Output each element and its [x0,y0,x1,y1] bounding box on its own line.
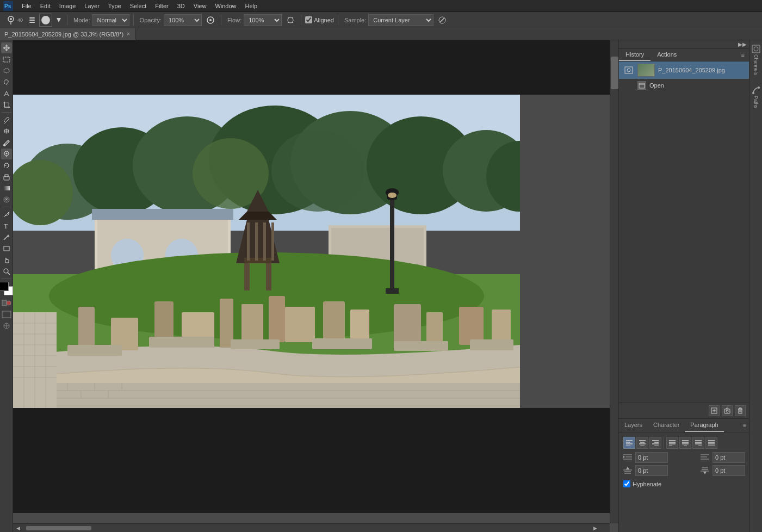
menu-3d[interactable]: 3D [173,2,189,10]
hyphenate-checkbox[interactable] [623,480,630,487]
brush-settings-toggle[interactable] [54,14,63,27]
file-tab[interactable]: P_20150604_205209.jpg @ 33,3% (RGB/8*) × [0,28,136,40]
ignore-adjustments[interactable] [436,14,449,27]
airbrush-toggle[interactable] [204,14,217,27]
aligned-checkbox-label: Aligned [305,16,334,23]
create-new-document-btn[interactable] [709,405,720,416]
foreground-background-colors[interactable] [0,282,14,296]
history-content: P_20150604_205209.jpg Open [619,61,749,403]
history-tab[interactable]: History [619,49,651,61]
history-panel-menu[interactable]: ≡ [737,50,749,60]
gradient-tool[interactable] [1,183,12,194]
scene-svg [13,95,520,408]
align-right-btn[interactable] [649,437,661,449]
justify-all-btn[interactable] [705,437,717,449]
sample-select[interactable]: Current Layer All Layers Current & Below [368,14,433,26]
justify-left-btn[interactable] [666,437,678,449]
paths-strip[interactable]: Paths [752,84,760,110]
hand-tool[interactable] [1,255,12,265]
rectangle-tool[interactable] [1,243,12,254]
svg-rect-46 [2,311,11,318]
paragraph-tab[interactable]: Paragraph [685,419,723,432]
spray-airbrush[interactable] [284,14,297,27]
svg-rect-107 [13,383,520,408]
eyedropper-tool[interactable] [1,114,12,125]
svg-rect-91 [470,339,513,350]
menu-view[interactable]: View [189,2,211,10]
svg-rect-67 [92,209,233,220]
open-action-label: Open [649,82,664,89]
eraser-tool[interactable] [1,171,12,182]
svg-rect-99 [255,222,258,261]
svg-point-3 [10,18,12,20]
elliptical-marquee-tool[interactable] [1,65,12,76]
menu-edit[interactable]: Edit [36,2,55,10]
zoom-tool[interactable] [1,266,12,277]
delete-history-btn[interactable] [735,405,746,416]
history-snapshot-item[interactable]: P_20150604_205209.jpg [619,61,749,79]
align-left-btn[interactable] [623,437,635,449]
justify-center-btn[interactable] [679,437,691,449]
blur-tool[interactable] [1,194,12,205]
lasso-tool[interactable] [1,77,12,88]
collapse-right-panel[interactable]: ▶▶ [738,41,747,47]
clone-stamp-tool[interactable] [1,149,12,159]
channels-label: Channels [753,54,759,75]
horizontal-scroll-thumb[interactable] [26,526,91,530]
align-center-btn[interactable] [636,437,648,449]
path-selection-tool[interactable] [1,232,12,243]
svg-line-43 [8,273,10,275]
vertical-scroll-thumb[interactable] [611,57,618,89]
indent-right-input[interactable] [713,452,745,463]
menu-image[interactable]: Image [55,2,80,10]
move-tool[interactable] [1,42,12,53]
toggle-brush-presets[interactable] [27,14,37,27]
menu-layer[interactable]: Layer [80,2,104,10]
brush-tool[interactable] [1,137,12,148]
horizontal-scrollbar[interactable]: ◀ ▶ [13,523,610,532]
camera-snapshot-btn[interactable] [722,405,733,416]
rectangular-marquee-tool[interactable] [1,54,12,65]
pen-tool[interactable] [1,209,12,220]
actions-tab[interactable]: Actions [651,49,683,61]
canvas-area[interactable]: ◀ ▶ [13,40,618,532]
space-before-input[interactable] [635,465,668,476]
screen-mode-toggle[interactable] [2,311,11,319]
menu-type[interactable]: Type [104,2,126,10]
extra-options[interactable] [2,322,11,331]
justify-right-btn[interactable] [692,437,704,449]
character-tab[interactable]: Character [648,419,685,432]
menu-help[interactable]: Help [241,2,262,10]
channels-strip[interactable]: Channels [752,42,760,77]
svg-point-187 [752,92,754,94]
bottom-panel-menu[interactable]: ≡ [740,420,749,431]
crop-tool[interactable] [1,100,12,110]
hyphenate-text: Hyphenate [633,481,661,487]
healing-brush-tool[interactable] [1,126,12,137]
space-after-input[interactable] [713,465,745,476]
close-tab-button[interactable]: × [127,31,130,37]
brush-shape-preview[interactable] [39,14,52,27]
layers-tab[interactable]: Layers [619,419,648,432]
menu-file[interactable]: File [17,2,36,10]
vertical-scrollbar[interactable] [610,40,618,523]
foreground-color[interactable] [0,282,9,291]
indent-left-input[interactable] [635,452,668,463]
history-brush-tool[interactable] [1,160,12,171]
quick-mask-mode[interactable] [2,298,11,308]
history-open-item[interactable]: Open [619,79,749,92]
opacity-select[interactable]: 100% 75% 50% [164,14,202,26]
type-tool[interactable]: T [1,220,12,231]
quick-selection-tool[interactable] [1,88,12,99]
svg-rect-84 [459,307,484,345]
aligned-checkbox[interactable] [305,16,312,23]
canvas-image[interactable] [13,95,520,408]
menu-select[interactable]: Select [126,2,151,10]
menu-filter[interactable]: Filter [151,2,172,10]
flow-select[interactable]: 100% 75% 50% [244,14,282,26]
scroll-right-btn[interactable]: ▶ [590,524,600,532]
scroll-left-btn[interactable]: ◀ [13,524,23,532]
svg-point-45 [7,301,11,305]
menu-window[interactable]: Window [210,2,240,10]
mode-select[interactable]: Normal Multiply Screen [92,14,129,26]
